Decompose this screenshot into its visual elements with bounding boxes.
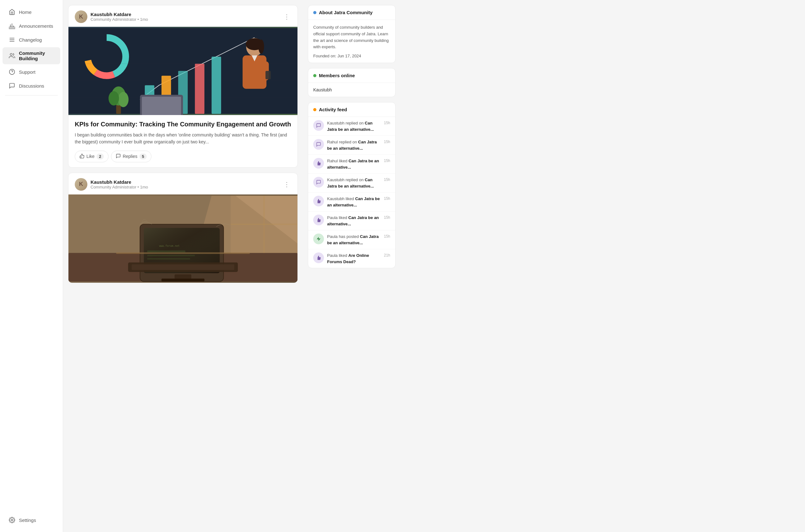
support-icon: [9, 69, 15, 75]
svg-point-30: [109, 91, 119, 105]
like-label-1: Like: [87, 154, 95, 159]
svg-text:www.forum.net: www.forum.net: [159, 244, 180, 247]
sidebar: Home Announcements Changelog: [0, 0, 63, 532]
about-title: About Jatra Community: [319, 10, 372, 15]
activity-time-5: 15h: [384, 196, 390, 201]
settings-icon: [9, 517, 15, 523]
members-widget: Members online Kaustubh: [308, 68, 396, 97]
activity-item-6: Paula liked Can Jatra be an alternative.…: [308, 211, 395, 230]
svg-rect-47: [131, 264, 234, 270]
post-image-1: [69, 27, 297, 115]
activity-text-7: Paula has posted Can Jatra be an alterna…: [327, 233, 381, 246]
svg-point-6: [11, 519, 13, 521]
author-info-1: Kaustubh Katdare Community Administrator…: [91, 12, 148, 22]
home-icon: [9, 9, 15, 15]
activity-icon-2: [313, 139, 324, 150]
reply-icon-1: [116, 153, 121, 159]
about-description: Community of community builders and offi…: [313, 24, 390, 51]
sidebar-item-support[interactable]: Support: [2, 65, 60, 78]
reply-count-1: 5: [140, 153, 147, 159]
activity-item-8: Paula liked Are Online Forums Dead? 21h: [308, 249, 395, 268]
svg-point-22: [258, 39, 264, 54]
sidebar-item-settings[interactable]: Settings: [2, 514, 60, 526]
about-widget: About Jatra Community Community of commu…: [308, 5, 396, 63]
like-count-1: 2: [96, 153, 104, 159]
activity-text-2: Rahul replied on Can Jatra be an alterna…: [327, 139, 381, 151]
svg-rect-19: [212, 57, 221, 114]
about-widget-header: About Jatra Community: [308, 5, 395, 20]
post-author-2: K Kaustubh Katdare Community Administrat…: [75, 178, 148, 191]
sidebar-item-discussions[interactable]: Discussions: [2, 79, 60, 92]
svg-point-3: [10, 54, 12, 56]
activity-icon-7: [313, 233, 324, 244]
post-excerpt-1: I began building communities back in the…: [75, 131, 291, 146]
post-body-1: KPIs for Community: Tracking The Communi…: [69, 115, 297, 167]
like-button-1[interactable]: Like 2: [75, 151, 109, 162]
author-meta-1: Community Administrator • 1mo: [91, 17, 148, 22]
about-dot: [313, 11, 316, 14]
discussions-icon: [9, 82, 15, 89]
about-founded: Founded on: Jun 17, 2024: [313, 54, 390, 58]
svg-rect-43: [147, 258, 190, 260]
svg-marker-52: [317, 237, 321, 241]
post-author-1: K Kaustubh Katdare Community Administrat…: [75, 11, 148, 23]
activity-icon-8: [313, 252, 324, 263]
sidebar-item-changelog[interactable]: Changelog: [2, 33, 60, 46]
svg-rect-26: [266, 71, 271, 79]
member-name-kaustubh: Kaustubh: [313, 87, 390, 92]
reply-button-1[interactable]: Replies 5: [111, 151, 151, 162]
activity-widget: Activity feed Kaustubh replied on Can Ja…: [308, 102, 396, 268]
activity-text-8: Paula liked Are Online Forums Dead?: [327, 252, 381, 265]
activity-time-1: 15h: [384, 121, 390, 125]
author-name-2: Kaustubh Katdare: [91, 179, 148, 185]
right-sidebar: About Jatra Community Community of commu…: [303, 0, 401, 532]
sidebar-item-community-building[interactable]: Community Building: [2, 47, 60, 64]
post-header-2: K Kaustubh Katdare Community Administrat…: [69, 173, 297, 194]
svg-rect-32: [142, 97, 181, 115]
svg-rect-45: [162, 279, 204, 282]
activity-text-3: Rahul liked Can Jatra be an alternative.…: [327, 158, 381, 170]
sidebar-item-home[interactable]: Home: [2, 6, 60, 18]
svg-rect-18: [195, 64, 204, 114]
post-image-2: www.forum.net: [69, 194, 297, 283]
activity-item-4: Kaustubh replied on Can Jatra be an alte…: [308, 174, 395, 193]
replies-label-1: Replies: [123, 154, 138, 159]
activity-time-7: 15h: [384, 234, 390, 239]
members-widget-header: Members online: [308, 69, 395, 83]
sidebar-item-community-building-label: Community Building: [19, 51, 54, 61]
like-icon-1: [79, 153, 85, 159]
announcements-icon: [9, 23, 15, 29]
author-info-2: Kaustubh Katdare Community Administrator…: [91, 179, 148, 189]
activity-item-1: Kaustubh replied on Can Jatra be an alte…: [308, 117, 395, 136]
post-menu-2[interactable]: ⋮: [282, 179, 291, 189]
sidebar-item-announcements[interactable]: Announcements: [2, 20, 60, 32]
activity-item-5: Kaustubh liked Can Jatra be an alternati…: [308, 193, 395, 211]
activity-time-2: 15h: [384, 140, 390, 144]
activity-text-5: Kaustubh liked Can Jatra be an alternati…: [327, 196, 381, 208]
author-meta-2: Community Administrator • 1mo: [91, 185, 148, 189]
activity-icon-4: [313, 177, 324, 188]
post-title-1: KPIs for Community: Tracking The Communi…: [75, 120, 291, 128]
svg-rect-44: [175, 274, 191, 279]
activity-item-2: Rahul replied on Can Jatra be an alterna…: [308, 136, 395, 155]
activity-icon-5: [313, 196, 324, 206]
post-card-2: K Kaustubh Katdare Community Administrat…: [68, 173, 298, 283]
activity-item-3: Rahul liked Can Jatra be an alternative.…: [308, 155, 395, 174]
members-dot: [313, 74, 316, 77]
changelog-icon: [9, 37, 15, 43]
activity-time-3: 15h: [384, 158, 390, 163]
community-building-icon: [9, 53, 15, 59]
svg-rect-41: [147, 250, 185, 252]
sidebar-item-discussions-label: Discussions: [19, 83, 44, 89]
activity-text-1: Kaustubh replied on Can Jatra be an alte…: [327, 120, 381, 132]
sidebar-item-changelog-label: Changelog: [19, 37, 42, 42]
main-content: K Kaustubh Katdare Community Administrat…: [63, 0, 303, 532]
post-card-1: K Kaustubh Katdare Community Administrat…: [68, 5, 298, 168]
sidebar-item-home-label: Home: [19, 10, 32, 15]
sidebar-settings-label: Settings: [19, 517, 36, 523]
avatar-2: K: [75, 178, 87, 191]
activity-time-4: 15h: [384, 177, 390, 182]
post-menu-1[interactable]: ⋮: [282, 12, 291, 22]
post-actions-1: Like 2 Replies 5: [75, 151, 291, 162]
activity-widget-header: Activity feed: [308, 102, 395, 117]
